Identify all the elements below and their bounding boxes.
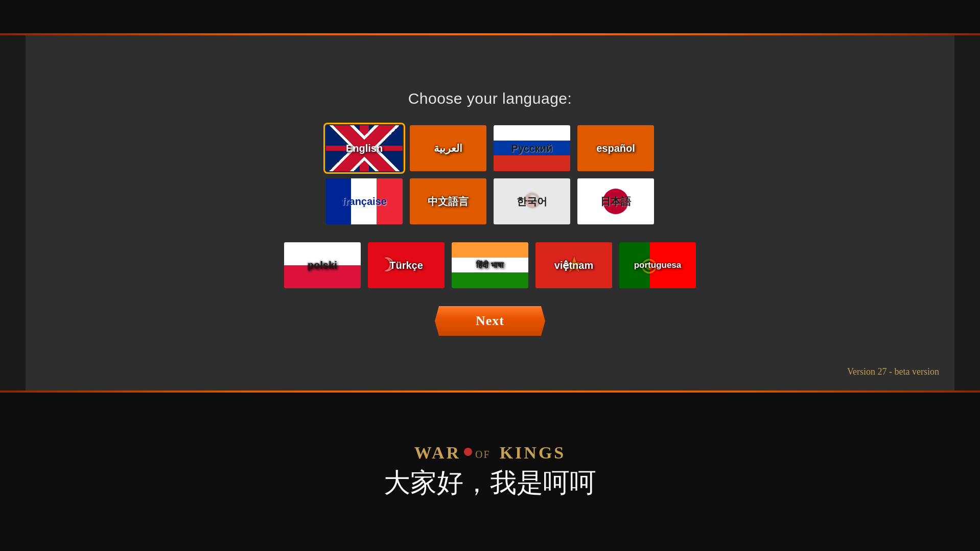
main-content: Choose your language: English العربية Ру… xyxy=(26,35,954,391)
logo-of-text: of xyxy=(475,449,491,461)
game-logo-title: War of Kings xyxy=(414,443,566,463)
next-button[interactable]: Next xyxy=(435,306,545,336)
language-button-hindi[interactable]: हिंदी भाषा xyxy=(452,242,528,288)
language-button-portuguese[interactable]: portuguesa xyxy=(619,242,696,288)
subtitle-text: 大家好，我是呵呵 xyxy=(384,465,596,501)
language-button-chinese[interactable]: 中文語言 xyxy=(410,178,486,224)
logo-icon xyxy=(464,448,472,456)
language-button-korean[interactable]: 한국어 xyxy=(494,178,570,224)
version-label: Version 27 - beta version xyxy=(847,366,939,377)
language-button-polish[interactable]: polski xyxy=(284,242,361,288)
language-label-turkish: Türkçe xyxy=(389,260,423,271)
language-button-spanish[interactable]: español xyxy=(577,125,654,171)
language-label-vietnam: việtnam xyxy=(554,259,593,271)
language-grid-row1: English العربية Русский español français… xyxy=(326,125,654,224)
language-label-japanese: 日本語 xyxy=(600,195,631,209)
top-bar xyxy=(0,0,980,33)
language-label-arabic: العربية xyxy=(434,142,462,154)
language-button-arabic[interactable]: العربية xyxy=(410,125,486,171)
language-button-russian[interactable]: Русский xyxy=(494,125,570,171)
language-label-polish: polski xyxy=(308,260,337,271)
language-label-korean: 한국어 xyxy=(517,195,547,209)
bottom-bar: War of Kings 大家好，我是呵呵 xyxy=(0,393,980,551)
language-label-spanish: español xyxy=(596,143,635,154)
language-button-english[interactable]: English xyxy=(326,125,403,171)
language-label-hindi: हिंदी भाषा xyxy=(476,261,503,270)
language-label-chinese: 中文語言 xyxy=(428,195,469,209)
language-label-french: française xyxy=(342,196,387,208)
language-button-turkish[interactable]: Türkçe xyxy=(368,242,445,288)
language-label-portuguese: portuguesa xyxy=(634,260,682,270)
logo-kings-text: Kings xyxy=(500,443,566,463)
logo-war-text: War xyxy=(414,443,461,463)
language-button-japanese[interactable]: 日本語 xyxy=(577,178,654,224)
language-button-vietnam[interactable]: việtnam xyxy=(535,242,612,288)
language-button-french[interactable]: française xyxy=(326,178,403,224)
language-grid-row3: polski Türkçe हिंदी भाषा việtnam portugu… xyxy=(284,242,696,288)
game-logo-area: War of Kings 大家好，我是呵呵 xyxy=(384,443,596,501)
choose-language-title: Choose your language: xyxy=(408,90,572,107)
language-label-russian: Русский xyxy=(511,143,553,154)
language-label-english: English xyxy=(346,143,383,154)
